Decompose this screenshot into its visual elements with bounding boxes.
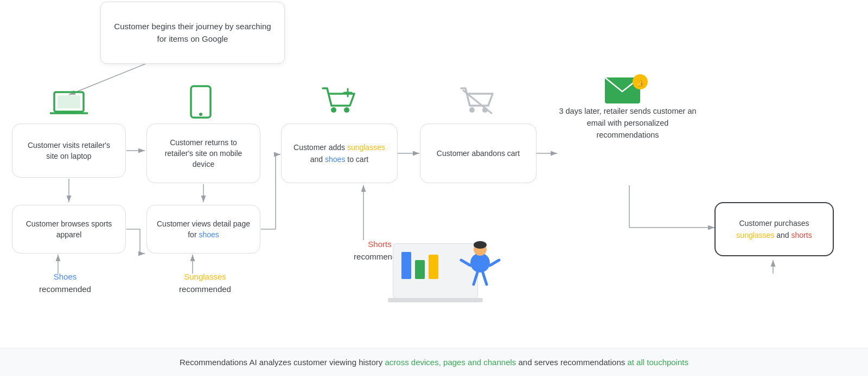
svg-point-43 xyxy=(470,253,490,273)
svg-point-26 xyxy=(199,113,202,116)
svg-point-31 xyxy=(469,107,475,113)
email-label: 3 days later, retailer sends customer an… xyxy=(557,106,698,141)
bottom-text-green2: at all touchpoints xyxy=(627,358,688,367)
sunglasses-recommended-label: Sunglasses recommended xyxy=(151,271,259,295)
abandon-cart-box: Customer abandons cart xyxy=(420,124,537,183)
svg-text:👍: 👍 xyxy=(636,78,646,87)
return-mobile-text: Customer returns to retailer's site on m… xyxy=(156,137,251,170)
sunglasses-text: sunglasses xyxy=(347,143,385,152)
bottom-text-1: Recommendations AI analyzes customer vie… xyxy=(180,358,385,367)
svg-line-49 xyxy=(483,273,487,284)
svg-rect-41 xyxy=(429,255,438,279)
cart-abandon-icon xyxy=(456,84,499,119)
sunglasses-rec-suffix: recommended xyxy=(179,284,231,294)
bottom-bar: Recommendations AI analyzes customer vie… xyxy=(0,348,868,376)
bottom-text-green1: across devices, pages and channels xyxy=(385,358,516,367)
shorts-purchase-text: shorts xyxy=(792,231,812,239)
add-cart-box: Customer adds sunglasses and shoes to ca… xyxy=(281,124,398,183)
bottom-bar-text: Recommendations AI analyzes customer vie… xyxy=(180,358,688,367)
search-callout-box: Customer begins their journey by searchi… xyxy=(100,2,285,64)
bottom-text-2: and serves recommendations xyxy=(516,358,627,367)
svg-line-1 xyxy=(69,61,152,95)
shoes-recommended-label: Shoes recommended xyxy=(16,271,114,295)
svg-point-29 xyxy=(331,107,336,113)
mobile-icon xyxy=(179,86,222,118)
search-callout-text: Customer begins their journey by searchi… xyxy=(110,21,276,45)
view-detail-box: Customer views detail page for shoes xyxy=(146,205,260,254)
purchase-box: Customer purchases sunglasses and shorts xyxy=(714,202,834,256)
add-cart-text: Customer adds sunglasses and shoes to ca… xyxy=(290,141,388,166)
visit-laptop-box: Customer visits retailer's site on lapto… xyxy=(12,124,126,178)
browse-apparel-box: Customer browses sports apparel xyxy=(12,205,126,254)
return-mobile-box: Customer returns to retailer's site on m… xyxy=(146,124,260,183)
shoes-rec-suffix: recommended xyxy=(39,284,91,294)
shoes-rec-text: Shoes xyxy=(54,272,77,281)
cart-add-icon xyxy=(317,84,361,119)
laptop-icon xyxy=(41,91,97,119)
svg-point-30 xyxy=(344,107,349,113)
svg-line-47 xyxy=(490,260,499,265)
browse-apparel-text: Customer browses sports apparel xyxy=(21,218,117,241)
svg-rect-42 xyxy=(388,298,483,302)
visit-laptop-text: Customer visits retailer's site on lapto… xyxy=(21,140,117,162)
analytics-illustration xyxy=(385,233,505,309)
email-label-text: 3 days later, retailer sends customer an… xyxy=(559,107,696,139)
abandon-cart-text: Customer abandons cart xyxy=(437,148,520,159)
purchase-text: Customer purchases sunglasses and shorts xyxy=(724,217,824,242)
svg-point-45 xyxy=(474,241,487,249)
svg-rect-39 xyxy=(401,252,411,279)
diagram-container: Customer begins their journey by searchi… xyxy=(0,0,868,376)
svg-rect-40 xyxy=(415,260,425,279)
sunglasses-rec-text: Sunglasses xyxy=(184,272,226,281)
shoes-link: shoes xyxy=(199,230,219,239)
view-detail-text: Customer views detail page for shoes xyxy=(156,218,251,241)
email-icon: 👍 xyxy=(599,70,654,108)
shoes-text: shoes xyxy=(325,155,345,164)
svg-rect-24 xyxy=(62,112,76,113)
sunglasses-purchase-text: sunglasses xyxy=(736,231,774,239)
